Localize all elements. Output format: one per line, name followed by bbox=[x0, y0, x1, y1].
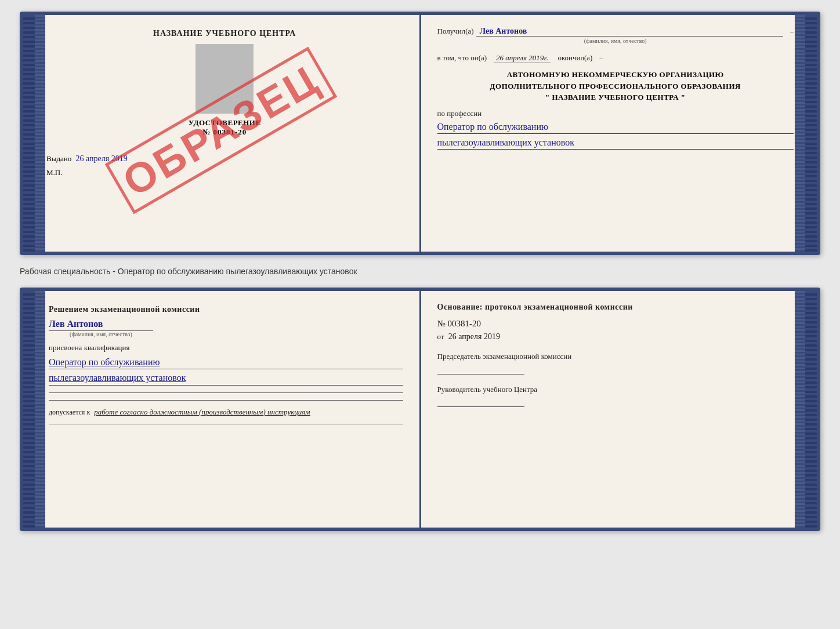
decision-label: Решением экзаменационной комиссии bbox=[49, 305, 403, 314]
qual-line1: Оператор по обслуживанию bbox=[49, 356, 403, 369]
org-line1: АВТОНОМНУЮ НЕКОММЕРЧЕСКУЮ ОРГАНИЗАЦИЮ bbox=[437, 69, 794, 81]
doc-number: № 00381-20 bbox=[46, 128, 403, 137]
chairman-label: Председатель экзаменационной комиссии bbox=[437, 351, 792, 362]
allows-label: допускается к bbox=[49, 408, 90, 416]
date-line: от 26 апреля 2019 bbox=[437, 332, 792, 341]
allows-value: работе согласно должностным (производств… bbox=[94, 408, 310, 416]
date-prefix: от bbox=[437, 332, 444, 341]
org-block: АВТОНОМНУЮ НЕКОММЕРЧЕСКУЮ ОРГАНИЗАЦИЮ ДО… bbox=[437, 69, 794, 103]
blank-line3 bbox=[49, 424, 403, 424]
issued-line: Выдано 26 апреля 2019 bbox=[46, 154, 403, 163]
blank-line1 bbox=[49, 392, 403, 393]
received-label: Получил(а) bbox=[437, 27, 474, 36]
received-field: Получил(а) Лев Антонов – bbox=[437, 27, 794, 37]
in-that-field: в том, что он(а) 26 апреля 2019г. окончи… bbox=[437, 53, 794, 63]
allows-block: допускается к работе согласно должностны… bbox=[49, 408, 403, 417]
profession-line1: Оператор по обслуживанию bbox=[437, 121, 794, 134]
top-right-page: Получил(а) Лев Антонов – (фамилия, имя, … bbox=[421, 15, 817, 252]
doc-title: УДОСТОВЕРЕНИЕ bbox=[46, 118, 403, 128]
bottom-fio-sub: (фамилия, имя, отчество) bbox=[49, 330, 153, 337]
director-block: Руководитель учебного Центра bbox=[437, 384, 792, 408]
issued-label: Выдано bbox=[46, 154, 71, 163]
right-spine bbox=[795, 15, 805, 252]
school-name: НАЗВАНИЕ УЧЕБНОГО ЦЕНТРА bbox=[46, 29, 403, 38]
date-value: 26 апреля 2019г. bbox=[494, 53, 551, 63]
in-that-label: в том, что он(а) bbox=[437, 53, 487, 63]
qual-line2: пылегазоулавливающих установок bbox=[49, 372, 403, 385]
bottom-left-page: Решением экзаменационной комиссии Лев Ан… bbox=[23, 291, 421, 528]
dash1: – bbox=[790, 27, 794, 36]
chairman-block: Председатель экзаменационной комиссии bbox=[437, 351, 792, 375]
finished-label: окончил(а) bbox=[557, 53, 592, 63]
top-left-page: НАЗВАНИЕ УЧЕБНОГО ЦЕНТРА УДОСТОВЕРЕНИЕ №… bbox=[23, 15, 421, 252]
issued-date: 26 апреля 2019 bbox=[76, 154, 128, 163]
separator-text: Рабочая специальность - Оператор по обсл… bbox=[20, 262, 820, 281]
person-name: Лев Антонов bbox=[49, 319, 403, 329]
top-certificate-book: НАЗВАНИЕ УЧЕБНОГО ЦЕНТРА УДОСТОВЕРЕНИЕ №… bbox=[20, 12, 820, 255]
director-signature-line bbox=[437, 406, 524, 407]
mp-label: М.П. bbox=[46, 168, 403, 177]
org-line2: ДОПОЛНИТЕЛЬНОГО ПРОФЕССИОНАЛЬНОГО ОБРАЗО… bbox=[437, 81, 794, 92]
bottom-right-page: Основание: протокол экзаменационной коми… bbox=[421, 291, 817, 528]
org-name: " НАЗВАНИЕ УЧЕБНОГО ЦЕНТРА " bbox=[437, 92, 794, 103]
blank-line2 bbox=[49, 400, 403, 401]
basis-label: Основание: протокол экзаменационной коми… bbox=[437, 303, 792, 312]
date-value-bottom: 26 апреля 2019 bbox=[448, 332, 500, 341]
bottom-right-spine bbox=[795, 291, 805, 528]
protocol-number: № 00381-20 bbox=[437, 319, 792, 329]
fio-sub: (фамилия, имя, отчество) bbox=[437, 38, 794, 44]
profession-line2: пылегазоулавливающих установок bbox=[437, 136, 794, 150]
received-value: Лев Антонов bbox=[476, 27, 783, 37]
chairman-signature-line bbox=[437, 374, 524, 375]
director-label: Руководитель учебного Центра bbox=[437, 384, 792, 395]
photo-placeholder bbox=[195, 44, 254, 114]
profession-label: по профессии bbox=[437, 109, 794, 118]
left-page-content: НАЗВАНИЕ УЧЕБНОГО ЦЕНТРА УДОСТОВЕРЕНИЕ №… bbox=[46, 29, 403, 177]
assigned-label: присвоена квалификация bbox=[49, 343, 403, 352]
bottom-certificate-book: Решением экзаменационной комиссии Лев Ан… bbox=[20, 288, 820, 531]
dash2: – bbox=[599, 54, 603, 63]
